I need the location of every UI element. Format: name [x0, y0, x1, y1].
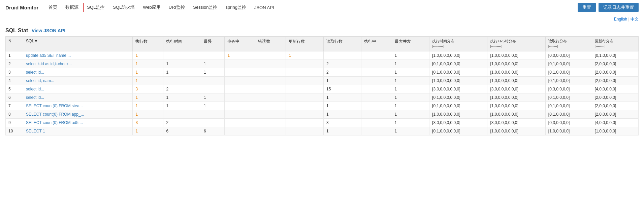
cell-sql[interactable]: SELECT count(0) FROM ad5 ... [23, 118, 133, 127]
cell-executing [361, 93, 392, 102]
cell-exec-count: 1 [133, 93, 163, 102]
col-exec-time-dist: 执行时间分布[---------] [429, 37, 487, 51]
cell-executing [361, 51, 392, 60]
col-sql[interactable]: SQL▼ [23, 37, 133, 51]
cell-n: 9 [6, 118, 23, 127]
cell-update-dist: [4,0,0,0,0,0] [592, 118, 638, 127]
cell-exec-time: 1 [163, 60, 201, 68]
cell-executing [361, 118, 392, 127]
cell-n: 7 [6, 102, 23, 110]
lang-english[interactable]: English [614, 17, 627, 22]
cell-read-rows: 2 [323, 68, 361, 76]
cell-max-concurrent: 1 [392, 93, 429, 102]
nav-datasource[interactable]: 数据源 [62, 3, 82, 12]
cell-executing [361, 76, 392, 85]
cell-exec-rs-dist: [3,0,0,0,0,0,0,0] [487, 85, 545, 93]
cell-update-dist: [0,1,0,0,0,0] [592, 51, 638, 60]
lang-chinese[interactable]: 中文 [631, 17, 639, 22]
brand: Druid Monitor [5, 5, 38, 10]
cell-max-concurrent: 1 [392, 68, 429, 76]
reset-log-button[interactable]: 记录日志并重置 [599, 3, 639, 12]
nav-home[interactable]: 首页 [45, 3, 61, 12]
nav-jsonapi[interactable]: JSON API [251, 4, 278, 11]
cell-executing [361, 85, 392, 93]
cell-sql[interactable]: SELECT 1 [23, 127, 133, 135]
cell-exec-count: 1 [133, 60, 163, 68]
header: Druid Monitor 首页 数据源 SQL监控 SQL防火墙 Web应用 … [0, 0, 644, 15]
cell-transaction [225, 127, 255, 135]
table-header-row: N SQL▼ 执行数 执行时间 最慢 事务中 错误数 更新行数 读取行数 执行中… [6, 37, 639, 51]
cell-exec-time-dist: [3,0,0,0,0,0,0,0] [429, 85, 487, 93]
cell-update-dist: [4,0,0,0,0,0] [592, 85, 638, 93]
lang-bar: English | 中文 [0, 15, 644, 24]
cell-n: 2 [6, 60, 23, 68]
table-row: 8SELECT count(0) FROM app_...111[1,0,0,0… [6, 110, 639, 118]
cell-exec-time [163, 76, 201, 85]
nav-spring[interactable]: spring监控 [222, 3, 250, 12]
cell-executing [361, 110, 392, 118]
nav-buttons: 重置 记录日志并重置 [578, 3, 639, 12]
cell-transaction [225, 85, 255, 93]
table-row: 5select id...32151[3,0,0,0,0,0,0,0][3,0,… [6, 85, 639, 93]
cell-exec-time-dist: [1,0,0,0,0,0,0,0] [429, 76, 487, 85]
cell-max-concurrent: 1 [392, 127, 429, 135]
col-executing: 执行中 [361, 37, 392, 51]
cell-error-count [255, 102, 286, 110]
col-error-count: 错误数 [255, 37, 286, 51]
col-read-dist: 读取行分布[-------] [545, 37, 592, 51]
lang-separator: | [627, 17, 631, 22]
cell-exec-time [163, 51, 201, 60]
cell-slowest: 6 [201, 127, 225, 135]
cell-read-dist: [0,1,0,0,0,0] [545, 60, 592, 68]
cell-read-rows: 15 [323, 85, 361, 93]
cell-n: 5 [6, 85, 23, 93]
cell-update-rows [286, 102, 324, 110]
table-row: 2select k.id as id,k.check...11121[0,1,0… [6, 60, 639, 68]
cell-sql[interactable]: SELECT count(0) FROM stea... [23, 102, 133, 110]
cell-executing [361, 102, 392, 110]
cell-update-rows [286, 127, 324, 135]
cell-max-concurrent: 1 [392, 51, 429, 60]
cell-transaction [225, 68, 255, 76]
cell-sql[interactable]: update ad5 SET name ... [23, 51, 133, 60]
cell-transaction [225, 102, 255, 110]
cell-exec-time-dist: [0,1,0,0,0,0,0,0] [429, 93, 487, 102]
col-transaction: 事务中 [225, 37, 255, 51]
cell-sql[interactable]: select k.id as id,k.check... [23, 60, 133, 68]
nav-firewall[interactable]: SQL防火墙 [109, 3, 138, 12]
cell-slowest: 1 [201, 60, 225, 68]
cell-sql[interactable]: select id... [23, 85, 133, 93]
view-json-api-link[interactable]: View JSON API [32, 28, 65, 33]
nav-sql[interactable]: SQL监控 [83, 3, 108, 12]
cell-read-dist: [0,3,0,0,0,0] [545, 85, 592, 93]
nav-uri[interactable]: URI监控 [165, 3, 188, 12]
cell-exec-count: 3 [133, 85, 163, 93]
page-title: SQL Stat [5, 28, 28, 33]
cell-update-dist: [2,0,0,0,0,0] [592, 60, 638, 68]
cell-sql[interactable]: SELECT count(0) FROM app_... [23, 110, 133, 118]
cell-exec-time-dist: [0,1,0,0,0,0,0,0] [429, 127, 487, 135]
cell-exec-count: 1 [133, 110, 163, 118]
cell-slowest: 1 [201, 93, 225, 102]
cell-update-dist: [2,0,0,0,0,0] [592, 102, 638, 110]
cell-sql[interactable]: select id... [23, 68, 133, 76]
cell-exec-time: 6 [163, 127, 201, 135]
cell-read-rows: 1 [323, 93, 361, 102]
cell-executing [361, 60, 392, 68]
cell-read-dist: [0,1,0,0,0,0] [545, 102, 592, 110]
cell-read-rows: 1 [323, 110, 361, 118]
cell-exec-count: 3 [133, 118, 163, 127]
cell-exec-time: 2 [163, 118, 201, 127]
cell-sql[interactable]: select id... [23, 93, 133, 102]
cell-transaction [225, 93, 255, 102]
nav-session[interactable]: Session监控 [190, 3, 221, 12]
cell-sql[interactable]: select id, nam... [23, 76, 133, 85]
cell-read-dist: [0,1,0,0,0,0] [545, 68, 592, 76]
cell-update-rows [286, 68, 324, 76]
reset-button[interactable]: 重置 [578, 3, 596, 12]
cell-error-count [255, 76, 286, 85]
nav-webapp[interactable]: Web应用 [139, 3, 164, 12]
cell-error-count [255, 127, 286, 135]
cell-max-concurrent: 1 [392, 76, 429, 85]
cell-error-count [255, 85, 286, 93]
